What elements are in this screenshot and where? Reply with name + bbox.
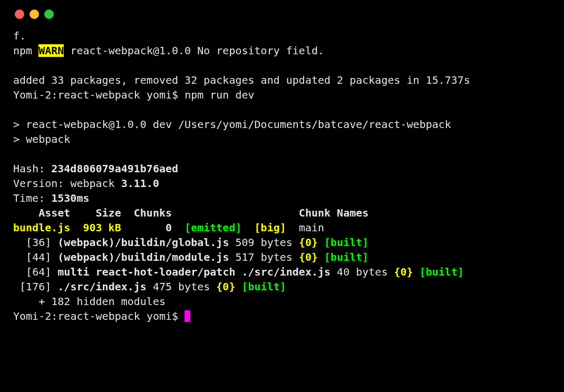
module-name: ./src/index.js <box>57 280 147 293</box>
close-icon[interactable] <box>15 9 24 19</box>
warn-badge: WARN <box>38 44 64 57</box>
install-summary: added 33 packages, removed 32 packages a… <box>13 74 470 86</box>
module-chunk: {0} <box>299 251 318 263</box>
maximize-icon[interactable] <box>44 9 54 19</box>
built-tag: [built] <box>324 251 368 263</box>
hash-value: 234d806079a491b76aed <box>51 162 178 175</box>
space <box>413 266 420 278</box>
module-index: [44] <box>13 251 57 263</box>
space <box>318 236 324 249</box>
npm-prefix: npm <box>13 44 38 57</box>
module-name: (webpack)/buildin/module.js <box>57 251 229 263</box>
version-value: 3.11.0 <box>121 177 159 190</box>
module-index: [36] <box>13 236 57 249</box>
module-chunk: {0} <box>299 236 318 249</box>
big-tag: [big] <box>255 221 299 234</box>
built-tag: [built] <box>324 236 368 249</box>
built-tag: [built] <box>420 266 464 278</box>
module-chunk: {0} <box>394 266 413 278</box>
warn-message: react-webpack@1.0.0 No repository field. <box>64 44 324 57</box>
prompt-dir: react-webpack <box>57 89 147 101</box>
time-value: 1530ms <box>51 192 89 204</box>
space <box>318 251 324 263</box>
time-label: Time: <box>13 192 51 204</box>
table-header: Asset Size Chunks Chunk Names <box>13 207 368 219</box>
module-size: 509 bytes <box>229 236 298 249</box>
module-size: 40 bytes <box>330 266 394 278</box>
cursor-icon <box>184 310 190 322</box>
prompt-dir: react-webpack <box>57 310 147 322</box>
hash-label: Hash: <box>13 162 51 175</box>
module-size: 475 bytes <box>147 280 216 293</box>
prompt-user: yomi$ <box>147 310 184 322</box>
module-index: [176] <box>13 280 57 293</box>
chunk-name: main <box>299 221 324 234</box>
hidden-modules: + 182 hidden modules <box>13 295 166 308</box>
asset-name: bundle.js 903 kB <box>13 221 121 234</box>
prompt-host: Yomi-2: <box>13 310 57 322</box>
prompt-host: Yomi-2: <box>13 89 57 101</box>
emitted-tag: [emitted] <box>184 221 254 234</box>
module-size: 517 bytes <box>229 251 298 263</box>
module-index: [64] <box>13 266 57 278</box>
version-prefix: webpack <box>70 177 121 190</box>
module-chunk: {0} <box>216 280 235 293</box>
module-name: multi react-hot-loader/patch ./src/index… <box>57 266 330 278</box>
terminal-output[interactable]: f. npm WARN react-webpack@1.0.0 No repos… <box>0 28 564 337</box>
space <box>235 280 241 293</box>
chunk-id: 0 <box>121 221 184 234</box>
window-controls <box>0 0 564 28</box>
prompt-user: yomi$ <box>147 89 184 101</box>
output-line: f. <box>13 30 26 42</box>
minimize-icon[interactable] <box>30 9 39 19</box>
module-name: (webpack)/buildin/global.js <box>57 236 229 249</box>
script-line: > webpack <box>13 133 70 145</box>
version-label: Version: <box>13 177 70 190</box>
command-text: npm run dev <box>184 89 254 101</box>
built-tag: [built] <box>242 280 286 293</box>
script-line: > react-webpack@1.0.0 dev /Users/yomi/Do… <box>13 118 451 131</box>
